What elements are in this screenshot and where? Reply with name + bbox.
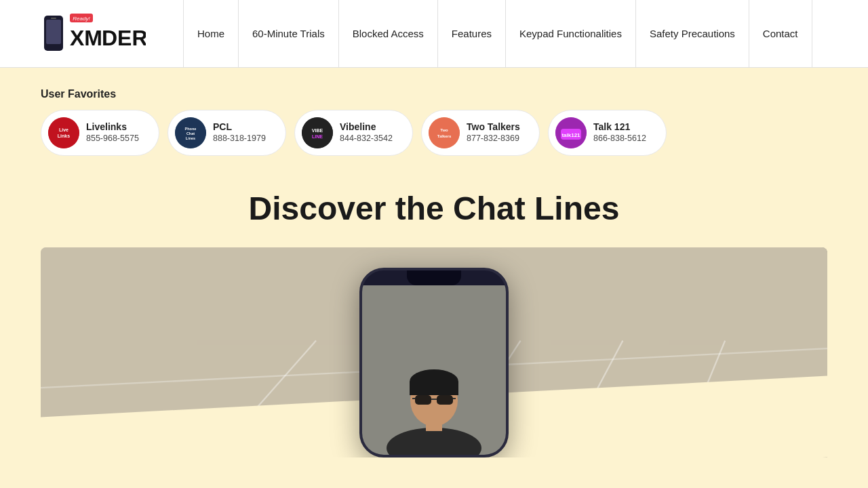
svg-text:Links: Links: [58, 134, 70, 138]
favorites-grid: Live Links Livelinks 855-968-5575 Phone …: [41, 110, 827, 156]
nav-item-contact[interactable]: Contact: [749, 0, 812, 67]
svg-text:Phone: Phone: [185, 127, 197, 131]
svg-rect-37: [437, 395, 453, 405]
favorite-card-pcl[interactable]: Phone Chat Lines PCL 888-318-1979: [167, 110, 286, 156]
hero-image: [41, 247, 827, 458]
nav-item-safety[interactable]: Safety Precautions: [635, 0, 749, 67]
vibeline-logo: VIBE LINE: [302, 117, 333, 148]
svg-rect-36: [415, 395, 431, 405]
pcl-logo: Phone Chat Lines: [175, 117, 206, 148]
twotalkers-logo: Two Talkers: [429, 117, 460, 148]
vibeline-text: Vibeline 844-832-3542: [340, 121, 393, 145]
pcl-name: PCL: [213, 121, 266, 133]
svg-text:Talkers: Talkers: [437, 134, 452, 138]
phone-screen: [362, 285, 506, 455]
favorite-card-vibeline[interactable]: VIBE LINE Vibeline 844-832-3542: [294, 110, 413, 156]
phone-device: [359, 268, 509, 458]
user-favorites-label: User Favorites: [41, 88, 827, 100]
talk121-text: Talk 121 866-838-5612: [593, 121, 646, 145]
svg-text:VIBE: VIBE: [312, 128, 323, 133]
svg-rect-35: [410, 382, 458, 395]
nav-item-home[interactable]: Home: [183, 0, 238, 67]
svg-text:Two: Two: [440, 128, 448, 132]
logo[interactable]: XM DER Ready!: [0, 0, 183, 67]
twotalkers-name: Two Talkers: [467, 121, 520, 133]
favorite-card-talk121[interactable]: talk121 Talk 121 866-838-5612: [548, 110, 667, 156]
svg-text:talk121: talk121: [561, 132, 580, 138]
twotalkers-text: Two Talkers 877-832-8369: [467, 121, 520, 145]
livelinks-phone: 855-968-5575: [86, 133, 139, 145]
vibeline-phone: 844-832-3542: [340, 133, 393, 145]
svg-rect-2: [51, 18, 56, 19]
nav-item-trials[interactable]: 60-Minute Trials: [238, 0, 338, 67]
pcl-text: PCL 888-318-1979: [213, 121, 266, 145]
hero-title: Discover the Chat Lines: [41, 190, 827, 227]
phone-notch: [407, 270, 461, 285]
svg-text:Live: Live: [59, 127, 68, 132]
favorite-card-livelinks[interactable]: Live Links Livelinks 855-968-5575: [41, 110, 159, 156]
svg-point-31: [387, 428, 481, 455]
svg-text:Lines: Lines: [186, 136, 195, 140]
navigation: XM DER Ready! Home 60-Minute Trials Bloc…: [0, 0, 868, 68]
pcl-phone: 888-318-1979: [213, 133, 266, 145]
svg-text:LINE: LINE: [312, 134, 323, 139]
favorite-card-twotalkers[interactable]: Two Talkers Two Talkers 877-832-8369: [421, 110, 540, 156]
svg-point-14: [302, 117, 333, 148]
twotalkers-phone: 877-832-8369: [467, 133, 520, 145]
svg-text:Ready!: Ready!: [73, 16, 90, 22]
nav-menu: Home 60-Minute Trials Blocked Access Fea…: [183, 0, 868, 67]
user-favorites-section: User Favorites Live Links Livelinks 855-…: [41, 88, 827, 156]
talk121-name: Talk 121: [593, 121, 646, 133]
svg-point-17: [429, 117, 460, 148]
livelinks-name: Livelinks: [86, 121, 139, 133]
nav-item-features[interactable]: Features: [437, 0, 505, 67]
svg-text:Chat: Chat: [186, 131, 195, 136]
main-content: User Favorites Live Links Livelinks 855-…: [0, 68, 868, 458]
svg-text:XM: XM: [70, 26, 102, 50]
talk121-logo: talk121: [555, 117, 587, 148]
vibeline-name: Vibeline: [340, 121, 393, 133]
svg-point-7: [48, 117, 79, 148]
nav-item-keypad[interactable]: Keypad Functionalities: [505, 0, 635, 67]
livelinks-logo: Live Links: [48, 117, 79, 148]
svg-rect-1: [46, 20, 61, 44]
hero-section: Discover the Chat Lines: [41, 190, 827, 458]
talk121-phone: 866-838-5612: [593, 133, 646, 145]
livelinks-text: Livelinks 855-968-5575: [86, 121, 139, 145]
nav-item-blocked[interactable]: Blocked Access: [338, 0, 437, 67]
svg-text:DER: DER: [102, 26, 146, 50]
